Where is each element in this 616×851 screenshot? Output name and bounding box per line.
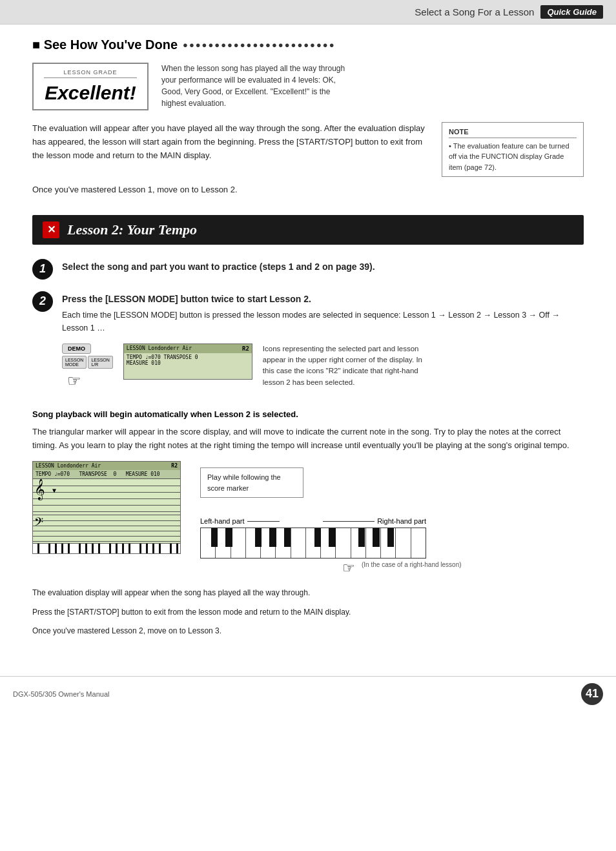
piano-caption-area: ☞ (In the case of a right-hand lesson)	[200, 560, 462, 577]
score-section: LESSON Londonderr Air R2 TEMPO ♩=070 TRA…	[32, 461, 584, 577]
piano-label-left-text: Left-hand part	[200, 517, 245, 525]
staff-line-l2	[33, 526, 180, 526]
step2-circle: 2	[32, 291, 53, 312]
score-display-area: LESSON Londonderr Air R2 TEMPO ♩=070 TRA…	[32, 461, 181, 554]
score-annotation: Play while following the score marker Le…	[200, 461, 462, 577]
bk1	[211, 528, 218, 547]
staff-line-5	[33, 511, 180, 512]
lesson-bar-x: ✕	[43, 221, 59, 238]
display-line1: TEMPO ♩=070 TRANSPOSE 0	[127, 354, 249, 360]
score-top-bar: LESSON Londonderr Air R2	[33, 462, 180, 470]
score-staff-upper: 𝄞 ▼	[33, 478, 180, 515]
bk6	[314, 528, 321, 547]
section1-heading: ■ See How You've Done ●●●●●●●●●●●●●●●●●●…	[32, 37, 584, 52]
excellent-grade-label: LESSON GRADE	[44, 69, 137, 78]
piano-caption: (In the case of a right-hand lesson)	[362, 561, 462, 568]
score-display: LESSON Londonderr Air R2 TEMPO ♩=070 TRA…	[32, 461, 181, 554]
footer-page: 41	[581, 683, 603, 705]
lesson-mode-button[interactable]: LESSONMODE	[62, 356, 87, 369]
bk8	[358, 528, 365, 547]
score-keyboard	[33, 543, 180, 553]
score-lesson-title: LESSON Londonderr Air	[36, 463, 101, 469]
piano-label-right-text: Right-hand part	[377, 517, 426, 525]
hand-icon: ☞	[342, 560, 355, 577]
page-header: Select a Song For a Lesson Quick Guide	[0, 0, 616, 25]
note-box: NOTE • The evaluation feature can be tur…	[442, 122, 584, 177]
excellent-desc: When the lesson song has played all the …	[161, 63, 355, 109]
page: Select a Song For a Lesson Quick Guide ■…	[0, 0, 616, 851]
bk3	[255, 528, 262, 547]
staff-line-3	[33, 498, 180, 499]
step2-block: 2 Press the [LESSON MODE] button twice t…	[32, 290, 584, 399]
page-footer: DGX-505/305 Owner's Manual 41	[0, 676, 616, 712]
piano-label-left: Left-hand part	[200, 517, 280, 525]
piano-section: Left-hand part Right-hand part	[200, 517, 462, 577]
bk9	[373, 528, 379, 547]
bass-clef-icon: 𝄢	[34, 515, 43, 531]
step1-block: 1 Select the song and part you want to p…	[32, 258, 584, 280]
score-marker-bubble: Play while following the score marker	[200, 467, 303, 498]
bk7	[329, 528, 335, 547]
body-text-2: Once you've mastered Lesson 1, move on t…	[32, 183, 584, 197]
display-lesson-label: LESSON Londonderr Air	[127, 345, 192, 352]
staff-line-4	[33, 505, 180, 506]
note-marker: ▼	[52, 487, 56, 494]
wk15	[411, 528, 426, 558]
step2-text: Press the [LESSON MODE] button twice to …	[62, 290, 584, 306]
demo-button[interactable]: DEMO	[62, 343, 91, 354]
piano-label-right-line	[323, 521, 375, 522]
step2-subtext: Each time the [LESSON MODE] button is pr…	[62, 309, 584, 334]
display-r2-icon: R2	[242, 345, 249, 352]
piano-labels-row: Left-hand part Right-hand part	[200, 517, 426, 525]
bk2	[225, 528, 232, 547]
excellent-block: LESSON GRADE Excellent! When the lesson …	[32, 63, 584, 110]
step2-display-wrapper: LESSON Londonderr Air R2 TEMPO ♩=070 TRA…	[123, 343, 252, 380]
note-title: NOTE	[449, 127, 577, 138]
excellent-text: Excellent!	[44, 82, 137, 104]
lesson-lr-button[interactable]: LESSONL/R	[88, 356, 112, 369]
body4-span: The evaluation display will appear when …	[32, 588, 310, 597]
staff-line-l3	[33, 531, 180, 531]
staff-line-l5	[33, 541, 180, 542]
staff-line-l4	[33, 536, 180, 537]
score-marker-text: Play while following the score marker	[207, 473, 281, 492]
step2-diagram: DEMO LESSONMODE LESSONL/R ☞ LESSON Londo…	[62, 343, 584, 390]
bk4	[269, 528, 276, 547]
lesson2-bar: ✕ Lesson 2: Your Tempo	[32, 215, 584, 245]
display-top: LESSON Londonderr Air R2	[124, 344, 252, 353]
footer-manual: DGX-505/305 Owner's Manual	[13, 690, 109, 698]
score-staff-lower: 𝄢	[33, 515, 180, 543]
section1-heading-text: ■ See How You've Done	[32, 37, 178, 52]
header-title: Select a Song For a Lesson	[415, 6, 534, 17]
buttons-area: DEMO LESSONMODE LESSONL/R ☞	[62, 343, 113, 390]
wk7	[291, 528, 306, 558]
lesson-pills: LESSONMODE LESSONL/R	[62, 356, 113, 369]
piano-keyboard	[200, 528, 426, 559]
piano-label-right: Right-hand part	[323, 517, 426, 525]
display-screen: LESSON Londonderr Air R2 TEMPO ♩=070 TRA…	[123, 343, 252, 380]
wk14	[396, 528, 411, 558]
score-marker-bubble-container: Play while following the score marker	[200, 467, 462, 498]
cursor-hand-icon: ☞	[67, 372, 81, 390]
display-body: TEMPO ♩=070 TRANSPOSE 0 MEASURE 010	[124, 353, 252, 379]
song-playback-bold: Song playback will begin automatically w…	[32, 409, 584, 419]
section1-dots: ●●●●●●●●●●●●●●●●●●●●●●●●	[183, 40, 335, 50]
quick-guide-badge: Quick Guide	[540, 5, 603, 19]
body-text-3: The triangular marker will appear in the…	[32, 425, 584, 453]
display-line2: MEASURE 010	[127, 360, 249, 366]
wk3	[231, 528, 246, 558]
staff-line-1	[33, 486, 180, 486]
piano-label-left-line	[247, 521, 280, 522]
main-content: ■ See How You've Done ●●●●●●●●●●●●●●●●●●…	[0, 25, 616, 663]
step1-text: Select the song and part you want to pra…	[62, 258, 375, 274]
note-text: • The evaluation feature can be turned o…	[449, 141, 577, 173]
bottom-section: The evaluation display will appear when …	[32, 587, 584, 637]
staff-line-l1	[33, 520, 180, 521]
body-text-5: Press the [START/STOP] button to exit fr…	[32, 606, 584, 619]
step2-content: Press the [LESSON MODE] button twice to …	[62, 290, 584, 399]
clearfix1: NOTE • The evaluation feature can be tur…	[32, 122, 584, 183]
step1-circle: 1	[32, 259, 53, 280]
score-r2: R2	[171, 463, 178, 469]
excellent-box: LESSON GRADE Excellent!	[32, 63, 149, 110]
lesson2-title: Lesson 2: Your Tempo	[67, 221, 197, 238]
